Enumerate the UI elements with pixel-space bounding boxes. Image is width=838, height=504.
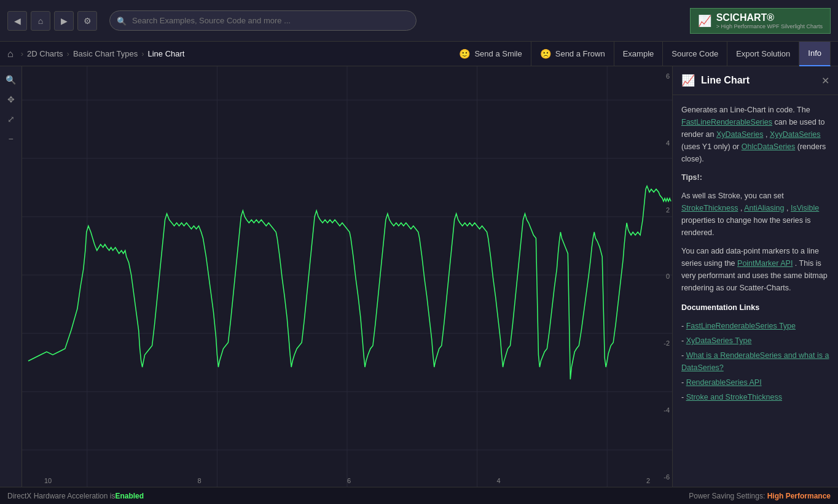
doc-prefix-4: -	[681, 378, 686, 387]
info-panel-chart-icon: 📈	[681, 74, 695, 87]
pan-tool[interactable]: ✥	[2, 91, 20, 108]
info-desc-text-1: Generates an Line-Chart in code. The	[681, 106, 810, 114]
tips-paragraph-2: You can add data-point markers to a line…	[681, 245, 829, 294]
forward-button[interactable]: ▶	[54, 11, 74, 31]
info-body: Generates an Line-Chart in code. The Fas…	[673, 95, 838, 487]
doc-link-5[interactable]: Stroke and StrokeThickness	[686, 393, 782, 401]
info-desc-text-4: (uses Y1 only) or	[681, 142, 739, 151]
smile-icon: 🙂	[459, 48, 471, 60]
breadcrumb-basic-chart-types[interactable]: Basic Chart Types	[73, 49, 138, 58]
source-code-label: Source Code	[672, 49, 718, 58]
point-marker-link[interactable]: PointMarker API	[737, 259, 793, 268]
doc-item-1: - FastLineRenderableSeries Type	[681, 320, 829, 332]
doc-links: - FastLineRenderableSeries Type - XyData…	[681, 320, 829, 403]
info-description-1: Generates an Line-Chart in code. The Fas…	[681, 104, 829, 165]
status-left-text: DirectX Hardware Acceleration is	[7, 492, 115, 500]
anti-aliasing-link[interactable]: AntiAliasing	[744, 204, 784, 212]
doc-link-1[interactable]: FastLineRenderableSeries Type	[686, 322, 796, 330]
is-visible-link[interactable]: IsVisible	[791, 204, 819, 212]
logo-box: 📈 SCICHART® > High Performance WPF Silve…	[690, 8, 831, 34]
main-content: 🔍 ✥ ⤢ − .grid-line { stroke: #2a2a3a; st…	[0, 66, 838, 487]
frown-label: Send a Frown	[555, 49, 605, 58]
doc-prefix-3: -	[681, 351, 686, 360]
doc-prefix-5: -	[681, 393, 686, 401]
fast-line-link[interactable]: FastLineRenderableSeries	[681, 118, 772, 126]
settings-button[interactable]: ⚙	[77, 11, 97, 31]
tips-text-1: As well as Stroke, you can set	[681, 192, 784, 200]
search-icon: 🔍	[117, 16, 127, 25]
info-label: Info	[808, 48, 821, 58]
chart-area: 🔍 ✥ ⤢ − .grid-line { stroke: #2a2a3a; st…	[0, 66, 672, 487]
doc-link-4[interactable]: RenderableSeries API	[686, 378, 762, 387]
breadcrumb-2d-charts[interactable]: 2D Charts	[27, 49, 63, 58]
zoom-tool[interactable]: 🔍	[2, 71, 20, 88]
info-panel-title: Line Chart	[701, 75, 750, 86]
doc-item-2: - XyDataSeries Type	[681, 335, 829, 347]
back-button[interactable]: ◀	[7, 11, 27, 31]
frown-icon: 🙁	[540, 48, 552, 60]
breadcrumb-sep-2: ›	[67, 49, 69, 58]
doc-item-5: - Stroke and StrokeThickness	[681, 391, 829, 403]
status-right-text: Power Saving Settings:	[689, 492, 765, 500]
doc-item-3: - What is a RenderableSeries and what is…	[681, 349, 829, 374]
nav-buttons: ◀ ⌂ ▶ ⚙	[7, 11, 97, 31]
status-high-perf: High Performance	[767, 492, 831, 500]
export-solution-tab[interactable]: Export Solution	[727, 42, 799, 66]
stroke-thickness-link[interactable]: StrokeThickness	[681, 204, 738, 212]
info-tab[interactable]: Info	[799, 42, 831, 66]
chart-svg: .grid-line { stroke: #2a2a3a; stroke-wid…	[22, 66, 672, 487]
send-smile-button[interactable]: 🙂 Send a Smile	[450, 42, 531, 66]
logo-area: 📈 SCICHART® > High Performance WPF Silve…	[690, 8, 831, 34]
search-input[interactable]	[109, 10, 417, 31]
logo-name: SCICHART®	[716, 12, 823, 23]
smile-label: Send a Smile	[474, 49, 522, 58]
info-panel-header: 📈 Line Chart ✕	[673, 66, 838, 95]
send-frown-button[interactable]: 🙁 Send a Frown	[531, 42, 614, 66]
fit-tool[interactable]: ⤢	[2, 110, 20, 128]
ohlc-data-series-link[interactable]: OhlcDataSeries	[742, 142, 796, 151]
search-bar: 🔍	[109, 10, 417, 31]
info-panel: 📈 Line Chart ✕ Generates an Line-Chart i…	[672, 66, 838, 487]
home-button[interactable]: ⌂	[31, 11, 50, 31]
minus-tool[interactable]: −	[2, 130, 20, 147]
doc-prefix-2: -	[681, 336, 686, 345]
logo-subtitle: > High Performance WPF Silverlight Chart…	[716, 23, 823, 29]
xy-data-series-link[interactable]: XyDataSeries	[716, 130, 763, 139]
breadcrumb-home-icon[interactable]: ⌂	[7, 48, 14, 60]
doc-item-4: - RenderableSeries API	[681, 376, 829, 389]
status-right: Power Saving Settings: High Performance	[689, 492, 831, 500]
breadcrumb-row: ⌂ › 2D Charts › Basic Chart Types › Line…	[0, 42, 838, 66]
doc-link-2[interactable]: XyDataSeries Type	[686, 336, 752, 345]
breadcrumb-actions: 🙂 Send a Smile 🙁 Send a Frown Example So…	[450, 42, 831, 66]
tips-paragraph-1: As well as Stroke, you can set StrokeThi…	[681, 190, 829, 239]
logo-text-block: SCICHART® > High Performance WPF Silverl…	[716, 12, 823, 29]
export-label: Export Solution	[736, 49, 790, 58]
logo-icon: 📈	[698, 14, 711, 28]
example-label: Example	[623, 49, 654, 58]
tips-text-2: properties to change how the series is r…	[681, 216, 811, 237]
chart-canvas[interactable]: .grid-line { stroke: #2a2a3a; stroke-wid…	[22, 66, 672, 487]
doc-title: Documentation Links	[681, 301, 829, 314]
example-tab[interactable]: Example	[614, 42, 664, 66]
doc-prefix-1: -	[681, 322, 686, 330]
status-bar: DirectX Hardware Acceleration is Enabled…	[0, 487, 838, 504]
top-header: ◀ ⌂ ▶ ⚙ 🔍 📈 SCICHART® > High Performance…	[0, 0, 838, 42]
status-enabled-text: Enabled	[115, 492, 144, 500]
breadcrumb-line-chart: Line Chart	[148, 49, 185, 58]
xyy-data-series-link[interactable]: XyyDataSeries	[770, 130, 821, 139]
breadcrumb-sep-3: ›	[141, 49, 144, 58]
source-code-tab[interactable]: Source Code	[663, 42, 727, 66]
info-close-button[interactable]: ✕	[821, 75, 829, 87]
breadcrumb-sep-1: ›	[21, 49, 23, 58]
doc-link-3[interactable]: What is a RenderableSeries and what is a…	[681, 351, 829, 372]
tips-title: Tips!:	[681, 171, 829, 184]
chart-tools: 🔍 ✥ ⤢ −	[0, 66, 22, 487]
